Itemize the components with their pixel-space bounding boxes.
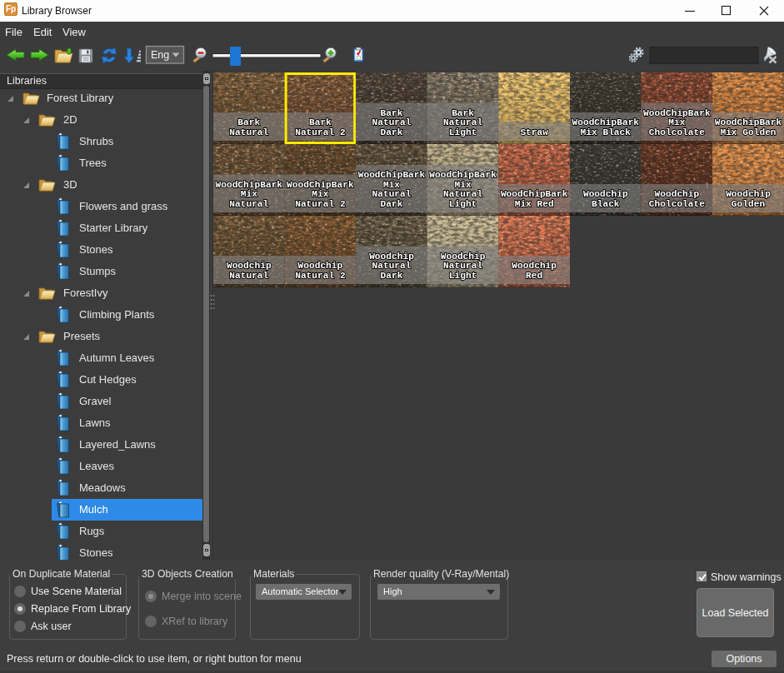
svg-text:Dark: Dark [381,199,403,209]
svg-text:Woodchip: Woodchip [512,261,557,271]
svg-text:Natural 2: Natural 2 [295,127,346,137]
svg-text:Mix Black: Mix Black [581,127,632,137]
svg-text:Woodchip: Woodchip [726,189,771,199]
svg-text:Mix: Mix [312,189,328,199]
svg-text:Natural: Natural [229,199,268,209]
svg-text:Woodchip: Woodchip [227,261,272,271]
svg-text:Natural: Natural [372,261,412,271]
svg-text:Bark: Bark [452,108,474,118]
svg-text:Natural: Natural [372,117,412,127]
svg-text:Light: Light [449,199,477,209]
svg-text:Eng: Eng [151,49,169,61]
svg-text:Mix: Mix [668,117,685,127]
svg-text:Bark: Bark [237,117,260,127]
svg-text:Woodchip: Woodchip [369,252,414,262]
svg-text:Light: Light [449,127,477,137]
svg-text:Straw: Straw [520,127,548,137]
svg-text:Mix Golden: Mix Golden [720,127,776,137]
svg-text:Woodchip: Woodchip [441,252,486,262]
svg-text:WoodChipBark: WoodChipBark [216,180,283,190]
svg-text:Light: Light [449,271,477,281]
svg-text:WoodChipBark: WoodChipBark [358,170,426,180]
svg-text:Natural 2: Natural 2 [295,271,346,281]
svg-text:Mix: Mix [241,189,257,199]
svg-text:Mix: Mix [383,180,400,190]
svg-text:Golden: Golden [732,199,766,209]
svg-text:Woodchip: Woodchip [583,189,628,199]
svg-text:Woodchip: Woodchip [655,189,700,199]
svg-text:Dark: Dark [381,127,403,137]
svg-text:WoodChipBark: WoodChipBark [501,189,568,199]
svg-text:Black: Black [592,199,620,209]
svg-text:WoodChipBark: WoodChipBark [715,117,782,127]
svg-text:Mix: Mix [455,180,472,190]
svg-text:Mix Red: Mix Red [515,199,554,209]
svg-text:Natural 2: Natural 2 [295,199,346,209]
svg-text:Natural: Natural [443,261,482,271]
svg-text:Cholcolate: Cholcolate [649,127,705,137]
svg-text:Natural: Natural [229,271,268,281]
svg-text:Natural: Natural [443,117,482,127]
svg-text:WoodChipBark: WoodChipBark [643,108,711,118]
svg-text:Dark: Dark [381,271,403,281]
svg-text:WoodChipBark: WoodChipBark [429,170,497,180]
svg-text:WoodChipBark: WoodChipBark [287,180,354,190]
svg-text:Natural: Natural [229,127,268,137]
svg-text:Natural: Natural [372,189,412,199]
svg-text:Bark: Bark [381,108,403,118]
svg-text:Cholcolate: Cholcolate [649,199,705,209]
svg-text:WoodChipBark: WoodChipBark [572,117,640,127]
svg-text:Bark: Bark [309,117,332,127]
svg-text:Red: Red [526,271,542,281]
svg-text:Natural: Natural [443,189,482,199]
svg-text:Woodchip: Woodchip [298,261,343,271]
